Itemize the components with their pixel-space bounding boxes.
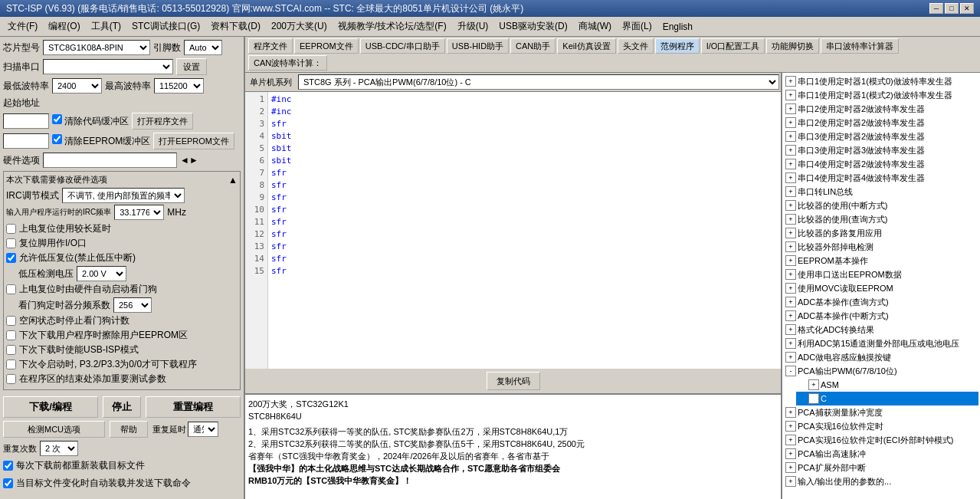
hw-opt-0-cb[interactable] bbox=[6, 224, 16, 234]
header-file-tab[interactable]: 头文件 bbox=[618, 38, 654, 54]
hw-opt-8-cb[interactable] bbox=[6, 374, 16, 384]
expand-12[interactable]: + bbox=[785, 241, 796, 252]
tree-item-22[interactable]: +ASM bbox=[796, 378, 978, 392]
pin-count-select[interactable]: Auto bbox=[184, 40, 222, 55]
tree-item-28[interactable]: +PCA扩展外部中断 bbox=[784, 461, 978, 474]
tree-content[interactable]: +串口1使用定时器1(模式0)做波特率发生器 +串口1使用定时器1(模式2)做波… bbox=[782, 73, 980, 499]
reload-checkbox[interactable] bbox=[3, 461, 13, 471]
tree-item-17[interactable]: +ADC基本操作(中断方式) bbox=[784, 309, 978, 323]
code-area[interactable]: 12345 678910 1112131415 #inc #inc sfr sb… bbox=[245, 92, 781, 369]
hw-opt-1-cb[interactable] bbox=[6, 238, 16, 248]
min-baud-select[interactable]: 2400 bbox=[52, 78, 102, 94]
io-config-tab[interactable]: I/O口配置工具 bbox=[701, 38, 765, 54]
expand-21[interactable]: - bbox=[785, 366, 796, 376]
tree-item-23[interactable]: +C bbox=[796, 392, 978, 405]
tree-item-5[interactable]: +串口3使用定时器3做波特率发生器 bbox=[784, 143, 978, 157]
can-tab[interactable]: CAN助手 bbox=[510, 38, 556, 54]
hw-opt-6-cb[interactable] bbox=[6, 345, 16, 355]
tree-item-29[interactable]: +输入/输出使用的参数的... bbox=[784, 474, 978, 488]
menu-program[interactable]: 编程(O) bbox=[44, 18, 84, 34]
menu-ui[interactable]: 界面(L) bbox=[618, 18, 657, 34]
irc-mode-select[interactable]: 不调节, 使用内部预置的频率 bbox=[62, 188, 185, 203]
close-button[interactable]: ✕ bbox=[960, 3, 974, 14]
tree-item-11[interactable]: +比较器的多路复用应用 bbox=[784, 226, 978, 240]
tree-item-4[interactable]: +串口3使用定时器2做波特率发生器 bbox=[784, 130, 978, 143]
expand-27[interactable]: + bbox=[785, 448, 796, 459]
chip-type-select[interactable]: STC8G1K08A-8PIN bbox=[43, 40, 150, 55]
eeprom-file-tab[interactable]: EEPROM文件 bbox=[294, 38, 359, 54]
collapse-icon[interactable]: ▲ bbox=[228, 175, 238, 185]
tree-item-9[interactable]: +比较器的使用(中断方式) bbox=[784, 199, 978, 212]
maximize-button[interactable]: □ bbox=[945, 3, 959, 14]
menu-shop[interactable]: 商城(W) bbox=[574, 18, 616, 34]
hw-opt-5-cb[interactable] bbox=[6, 330, 16, 340]
tree-item-16[interactable]: +ADC基本操作(查询方式) bbox=[784, 295, 978, 309]
serial-port-select[interactable] bbox=[43, 59, 173, 74]
expand-20[interactable]: + bbox=[785, 352, 796, 363]
can-baud-tab[interactable]: CAN波特率计算： bbox=[248, 55, 327, 71]
hw-opt-3-cb[interactable] bbox=[6, 284, 16, 294]
tree-item-18[interactable]: +格式化ADC转换结果 bbox=[784, 323, 978, 336]
clear-code-checkbox[interactable] bbox=[52, 114, 62, 124]
hw-opt-4-cb[interactable] bbox=[6, 316, 16, 326]
clear-eeprom-checkbox[interactable] bbox=[52, 134, 62, 144]
stop-button[interactable]: 停止 bbox=[103, 396, 141, 418]
repeat-count-select[interactable]: 2 次 bbox=[40, 441, 78, 456]
max-baud-select[interactable]: 115200 bbox=[154, 78, 204, 94]
open-program-file-button[interactable]: 打开程序文件 bbox=[132, 113, 193, 130]
expand-9[interactable]: + bbox=[785, 200, 796, 211]
pin-switch-tab[interactable]: 功能脚切换 bbox=[766, 38, 819, 54]
tree-item-12[interactable]: +比较器外部掉电检测 bbox=[784, 240, 978, 254]
menu-usb-driver[interactable]: USB驱动安装(D) bbox=[494, 18, 572, 34]
expand-8[interactable]: + bbox=[785, 186, 796, 197]
expand-24[interactable]: + bbox=[785, 407, 796, 418]
menu-video[interactable]: 视频教学/技术论坛/选型(F) bbox=[333, 18, 451, 34]
expand-7[interactable]: + bbox=[785, 172, 796, 183]
menu-file[interactable]: 文件(F) bbox=[3, 18, 42, 34]
usb-hid-tab[interactable]: USB-HID助手 bbox=[447, 38, 509, 54]
tree-item-6[interactable]: +串口4使用定时器2做波特率发生器 bbox=[784, 157, 978, 171]
expand-15[interactable]: + bbox=[785, 283, 796, 294]
expand-16[interactable]: + bbox=[785, 297, 796, 307]
download-program-button[interactable]: 下载/编程 bbox=[3, 396, 98, 418]
series-select[interactable]: STC8G 系列 - PCA输出PWM(6/7/8/10位) - C bbox=[298, 74, 779, 90]
tree-item-3[interactable]: +串口2使用定时器2做波特率发生器 bbox=[784, 116, 978, 130]
expand-5[interactable]: + bbox=[785, 145, 796, 156]
repeat-delay-select[interactable]: 通知 bbox=[188, 422, 218, 437]
copy-code-button[interactable]: 复制代码 bbox=[487, 372, 540, 390]
help-button[interactable]: 帮助 bbox=[110, 421, 148, 438]
menu-english[interactable]: English bbox=[658, 20, 697, 34]
expand-23[interactable]: + bbox=[808, 393, 819, 404]
menu-tools[interactable]: 工具(T) bbox=[87, 18, 126, 34]
expand-26[interactable]: + bbox=[785, 435, 796, 445]
clear-code-checkbox-label[interactable]: 清除代码缓冲区 bbox=[52, 114, 129, 128]
menu-download[interactable]: 资料下载(D) bbox=[206, 18, 265, 34]
tree-item-2[interactable]: +串口2使用定时器2做波特率发生器 bbox=[784, 102, 978, 116]
tree-item-19[interactable]: +利用ADC第15通道测量外部电压或电池电压 bbox=[784, 336, 978, 350]
menu-upgrade[interactable]: 升级(U) bbox=[453, 18, 493, 34]
settings-button[interactable]: 设置 bbox=[176, 58, 207, 75]
baud-calc-tab[interactable]: 串口波特率计算器 bbox=[821, 38, 899, 54]
minimize-button[interactable]: ─ bbox=[929, 3, 943, 14]
tree-item-1[interactable]: +串口1使用定时器1(模式2)做波特率发生器 bbox=[784, 88, 978, 102]
tree-item-27[interactable]: +PCA输出高速脉冲 bbox=[784, 447, 978, 461]
auto-load-checkbox[interactable] bbox=[3, 478, 13, 488]
expand-11[interactable]: + bbox=[785, 228, 796, 238]
expand-17[interactable]: + bbox=[785, 310, 796, 321]
menu-prize[interactable]: 200万大奖(U) bbox=[267, 18, 332, 34]
tree-item-15[interactable]: +使用MOVC读取EEPROM bbox=[784, 281, 978, 295]
code-content[interactable]: #inc #inc sfr sbit sbit sbit sfr sfr sfr… bbox=[268, 92, 781, 369]
expand-6[interactable]: + bbox=[785, 159, 796, 169]
reprogram-button[interactable]: 重置编程 bbox=[146, 396, 241, 418]
addr2-input[interactable]: 0x0000 bbox=[3, 133, 49, 149]
expand-10[interactable]: + bbox=[785, 214, 796, 225]
watchdog-divider-select[interactable]: 256 bbox=[113, 297, 152, 313]
freq-select[interactable]: 33.1776 bbox=[114, 205, 164, 220]
tree-item-13[interactable]: +EEPROM基本操作 bbox=[784, 254, 978, 268]
expand-2[interactable]: + bbox=[785, 103, 796, 114]
usb-cdc-tab[interactable]: USB-CDC/串口助手 bbox=[360, 38, 445, 54]
expand-22[interactable]: + bbox=[808, 379, 819, 390]
hw-opt-2-cb[interactable] bbox=[6, 253, 16, 263]
expand-14[interactable]: + bbox=[785, 269, 796, 280]
program-file-tab[interactable]: 程序文件 bbox=[248, 38, 293, 54]
